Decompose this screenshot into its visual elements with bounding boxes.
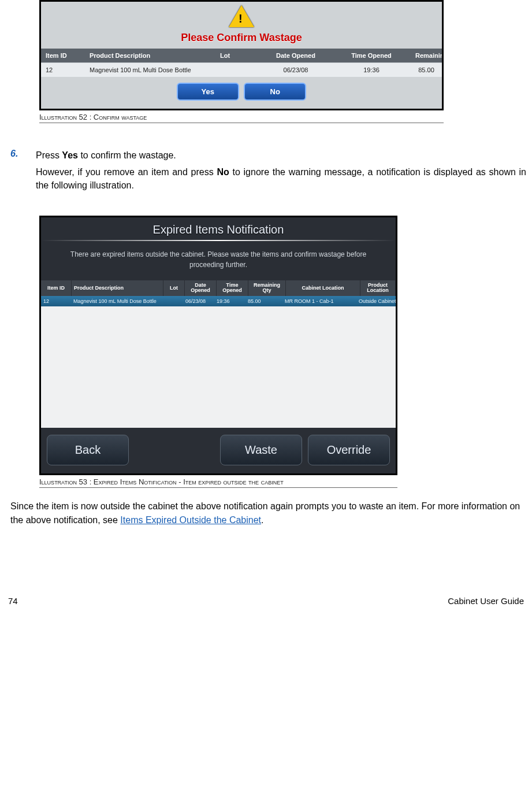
dialog-message: There are expired items outside the cabi… [41, 249, 396, 280]
cell-lot [162, 296, 183, 306]
cell-item-id: 12 [41, 296, 71, 306]
step-6: 6. Press Yes to confirm the wastage. How… [10, 149, 526, 193]
dialog-title: Expired Items Notification [41, 217, 396, 240]
col-lot: Lot [163, 280, 185, 297]
text: Since the item is now outside the cabine… [10, 501, 520, 524]
col-item-id: Item ID [41, 280, 72, 297]
text: However, if you remove an item and press [36, 167, 217, 177]
col-cabinet-loc: Cabinet Location [286, 280, 360, 297]
bold-yes: Yes [62, 150, 78, 160]
button-row: Back Waste Override [41, 428, 396, 473]
waste-button[interactable]: Waste [220, 435, 302, 465]
cell-date-opened: 06/23/08 [259, 63, 332, 77]
confirm-wastage-dialog: ! Please Confirm Wastage Item ID Product… [39, 0, 444, 110]
yes-button[interactable]: Yes [177, 83, 239, 101]
table-row[interactable]: 12 Magnevist 100 mL Multi Dose Bottle 06… [41, 296, 396, 306]
text: to confirm the wastage. [78, 150, 176, 160]
no-button[interactable]: No [244, 83, 306, 101]
warning-icon: ! [229, 5, 254, 27]
override-button[interactable]: Override [308, 435, 390, 465]
dialog-title: Please Confirm Wastage [41, 32, 442, 44]
col-description: Product Description [72, 280, 163, 297]
col-item-id: Item ID [41, 49, 85, 62]
title-underline [41, 240, 396, 241]
trailing-paragraph: Since the item is now outside the cabine… [10, 499, 522, 526]
cell-item-id: 12 [41, 63, 85, 77]
warning-icon-row: ! [41, 2, 442, 31]
cell-date-opened: 06/23/08 [183, 296, 214, 306]
cell-product-loc: Outside Cabinet [356, 296, 396, 306]
col-lot: Lot [215, 49, 259, 62]
empty-list-area [41, 306, 396, 428]
table-header: Item ID Product Description Lot Date Ope… [41, 49, 442, 62]
col-remaining-qty: Remaining Qty [411, 49, 442, 62]
col-remaining-qty: Remaining Qty [248, 280, 286, 297]
table-row: 12 Magnevist 100 mL Multi Dose Bottle 06… [41, 62, 442, 77]
cell-description: Magnevist 100 mL Multi Dose Bottle [71, 296, 162, 306]
illustration-53: Expired Items Notification There are exp… [39, 216, 397, 488]
step-text: Press Yes to confirm the wastage. Howeve… [36, 149, 526, 193]
page-footer: 74 Cabinet User Guide [0, 550, 532, 617]
expired-items-dialog: Expired Items Notification There are exp… [39, 216, 397, 476]
bold-no: No [217, 167, 229, 177]
cell-cabinet-loc: MR ROOM 1 - Cab-1 [282, 296, 356, 306]
page-number: 74 [8, 596, 18, 606]
text: . [261, 515, 263, 525]
cell-lot [215, 63, 259, 77]
table-header: Item ID Product Description Lot Date Ope… [41, 280, 396, 297]
back-button[interactable]: Back [47, 435, 129, 465]
illustration-52-caption: Illustration 52 : Confirm wastage [39, 110, 444, 123]
text: Press [36, 150, 62, 160]
step-number: 6. [10, 149, 36, 193]
document-title: Cabinet User Guide [448, 596, 524, 606]
cell-remaining-qty: 85.00 [245, 296, 282, 306]
cell-remaining-qty: 85.00 [411, 63, 442, 77]
illustration-52: ! Please Confirm Wastage Item ID Product… [39, 0, 444, 123]
col-time-opened: Time Opened [332, 49, 411, 62]
illustration-53-caption: Illustration 53 : Expired Items Notifica… [39, 475, 397, 488]
col-time-opened: Time Opened [217, 280, 248, 297]
button-row: Yes No [41, 77, 442, 109]
cell-description: Magnevist 100 mL Multi Dose Bottle [85, 63, 215, 77]
col-date-opened: Date Opened [185, 280, 217, 297]
cell-time-opened: 19:36 [214, 296, 245, 306]
link-items-expired-outside-cabinet[interactable]: Items Expired Outside the Cabinet [120, 515, 261, 525]
col-date-opened: Date Opened [259, 49, 332, 62]
col-product-loc: Product Location [360, 280, 396, 297]
col-description: Product Description [85, 49, 215, 62]
cell-time-opened: 19:36 [332, 63, 411, 77]
